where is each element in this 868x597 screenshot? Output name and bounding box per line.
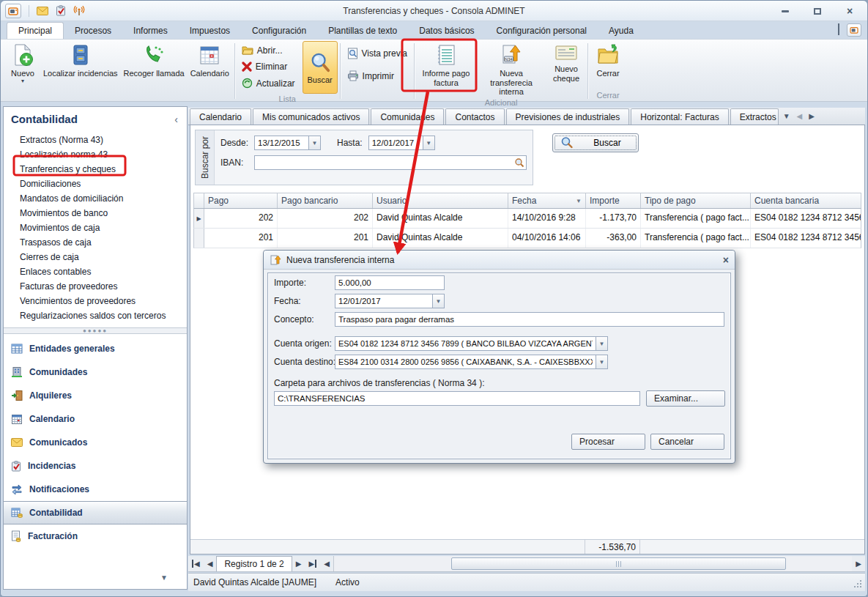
ribbon-tab-impuestos[interactable]: Impuestos (179, 23, 241, 39)
col-header-pago[interactable]: Pago (204, 193, 278, 208)
sidebar-item-facturas-prov[interactable]: Facturas de proveedores (4, 279, 187, 294)
nav-calendario[interactable]: Calendario (4, 407, 187, 431)
fecha-input[interactable] (335, 294, 432, 308)
dialog-title-bar[interactable]: Nueva transferencia interna × (264, 251, 735, 270)
scroll-left-button[interactable]: ◀ (320, 556, 333, 571)
imprimir-button[interactable]: Imprimir (343, 68, 412, 84)
nav-comunicados[interactable]: Comunicados (4, 431, 187, 454)
close-button[interactable]: × (839, 4, 860, 18)
collapse-sidebar-icon[interactable]: ‹ (174, 114, 178, 125)
nav-facturacion[interactable]: Facturación (4, 524, 187, 548)
help-app-button[interactable] (847, 23, 861, 37)
col-header-pago-bancario[interactable]: Pago bancario (278, 193, 373, 208)
sidebar-item-transferencias[interactable]: Tranferencias y cheques (4, 162, 187, 177)
informe-pago-factura-button[interactable]: Informe pago factura (417, 41, 475, 88)
doc-tab-contactos[interactable]: Contactos (445, 108, 504, 125)
doc-tab-horizontal-facturas[interactable]: Horizontal: Facturas (631, 108, 728, 125)
carpeta-input[interactable] (274, 391, 640, 406)
cuenta-destino-combo[interactable]: ▼ (335, 355, 608, 369)
nav-entidades-generales[interactable]: Entidades generales (4, 337, 187, 360)
sidebar-item-traspasos[interactable]: Traspasos de caja (4, 235, 187, 250)
nav-notificaciones[interactable]: Notificaciones (4, 478, 187, 501)
actualizar-button[interactable]: Actualizar (237, 75, 300, 91)
ribbon-tab-informes[interactable]: Informes (122, 23, 179, 39)
sidebar-item-domiciliaciones[interactable]: Domiciliaciones (4, 177, 187, 191)
localizar-incidencias-button[interactable]: Localizar incidencias (40, 41, 121, 79)
nav-incidencias[interactable]: Incidencias (4, 454, 187, 478)
nuevo-cheque-button[interactable]: Nuevo cheque (547, 41, 585, 84)
scroll-right-button[interactable]: ▶ (852, 556, 865, 571)
dialog-close-button[interactable]: × (723, 255, 729, 265)
vista-previa-button[interactable]: Vista previa (343, 45, 412, 61)
ribbon-tab-configuracion-personal[interactable]: Configuración personal (486, 23, 598, 39)
ribbon-tab-plantillas[interactable]: Plantillas de texto (317, 23, 408, 39)
tab-list-dropdown-icon[interactable]: ▼ (783, 112, 790, 120)
nav-contabilidad[interactable]: Contabilidad (4, 501, 187, 524)
doc-tab-comunidades[interactable]: Comunidades (371, 108, 444, 125)
dropdown-arrow-icon[interactable]: ▼ (423, 136, 435, 150)
buscar-button[interactable]: Buscar (552, 133, 639, 152)
cancelar-button[interactable]: Cancelar (650, 434, 724, 450)
examinar-button[interactable]: Examinar... (646, 390, 725, 407)
cuenta-origen-input[interactable] (335, 336, 596, 351)
abrir-button[interactable]: Abrir... (237, 42, 300, 58)
desde-input[interactable] (254, 136, 308, 150)
sidebar-item-regularizaciones[interactable]: Regularizaciones saldos con terceros (4, 308, 187, 323)
buscar-ribbon-button[interactable]: Buscar (303, 41, 338, 94)
doc-tab-previsiones[interactable]: Previsiones de industriales (506, 108, 630, 125)
restore-button[interactable] (807, 4, 828, 18)
col-header-cuenta-bancaria[interactable]: Cuenta bancaria (751, 193, 861, 208)
doc-tab-mis-comunicados[interactable]: Mis comunicados activos (253, 108, 369, 125)
col-header-tipo-pago[interactable]: Tipo de pago (641, 193, 751, 208)
iban-input[interactable] (254, 155, 527, 170)
nav-comunidades[interactable]: Comunidades (4, 360, 187, 384)
sidebar-item-enlaces[interactable]: Enlaces contables (4, 264, 187, 279)
tab-scroll-left-icon[interactable]: ◀ (797, 112, 803, 120)
nav-overflow-arrow-icon[interactable]: ▼ (160, 574, 168, 582)
next-record-button[interactable]: ▶ (292, 556, 305, 571)
cuenta-origen-combo[interactable]: ▼ (335, 336, 608, 351)
sidebar-item-extractos[interactable]: Extractos (Norma 43) (4, 133, 187, 147)
scrollbar-thumb[interactable] (451, 557, 786, 570)
concepto-input[interactable] (335, 312, 724, 327)
horizontal-scrollbar[interactable] (333, 556, 852, 571)
search-icon[interactable] (514, 157, 524, 170)
ribbon-tab-procesos[interactable]: Procesos (64, 23, 122, 39)
doc-tab-calendario[interactable]: Calendario (190, 108, 251, 125)
ribbon-tab-principal[interactable]: Principal (7, 22, 64, 39)
eliminar-button[interactable]: Eliminar (237, 59, 300, 75)
sidebar-item-vencimientos[interactable]: Vencimientos de proveedores (4, 294, 187, 308)
last-record-button[interactable]: ▶ (305, 556, 321, 571)
calendario-button[interactable]: Calendario (188, 41, 232, 79)
col-header-importe[interactable]: Importe (586, 193, 641, 208)
sidebar-item-mandatos[interactable]: Mandatos de domiciliación (4, 191, 187, 206)
nav-alquileres[interactable]: Alquileres (4, 384, 187, 407)
importe-input[interactable] (335, 275, 445, 290)
sidebar-splitter[interactable]: ●●●●● (4, 327, 187, 334)
collapse-ribbon-button[interactable] (838, 25, 839, 35)
sidebar-item-mov-banco[interactable]: Movimientos de banco (4, 206, 187, 220)
dropdown-arrow-icon[interactable]: ▼ (308, 136, 321, 150)
ribbon-tab-ayuda[interactable]: Ayuda (598, 23, 645, 39)
hasta-input[interactable] (368, 136, 423, 150)
prev-record-button[interactable]: ◀ (204, 556, 217, 571)
doc-tab-extractos[interactable]: Extractos (730, 108, 779, 125)
fecha-date-picker[interactable]: ▼ (335, 294, 445, 308)
dropdown-arrow-icon[interactable]: ▼ (596, 336, 608, 351)
tab-scroll-right-icon[interactable]: ▶ (809, 112, 815, 120)
ribbon-tab-datos-basicos[interactable]: Datos básicos (408, 23, 485, 39)
resize-grip[interactable] (853, 579, 862, 588)
cuenta-destino-input[interactable] (335, 355, 596, 369)
sidebar-item-localizacion[interactable]: Localización norma 43 (4, 147, 187, 162)
ribbon-tab-configuracion[interactable]: Configuración (241, 23, 317, 39)
recoger-llamada-button[interactable]: Recoger llamada (121, 41, 188, 79)
sidebar-item-mov-caja[interactable]: Movimientos de caja (4, 220, 187, 235)
dropdown-arrow-icon[interactable]: ▼ (596, 355, 608, 369)
col-header-fecha[interactable]: Fecha▼ (508, 193, 586, 208)
first-record-button[interactable]: ◀ (188, 556, 204, 571)
dropdown-arrow-icon[interactable]: ▼ (432, 294, 445, 308)
col-header-usuario[interactable]: Usuario (373, 193, 508, 208)
table-row[interactable]: ▶ 202 202 David Quintas Alcalde 14/10/20… (193, 209, 861, 229)
nuevo-button[interactable]: Nuevo ▾ (5, 41, 40, 85)
cerrar-button[interactable]: Cerrar (590, 41, 626, 79)
